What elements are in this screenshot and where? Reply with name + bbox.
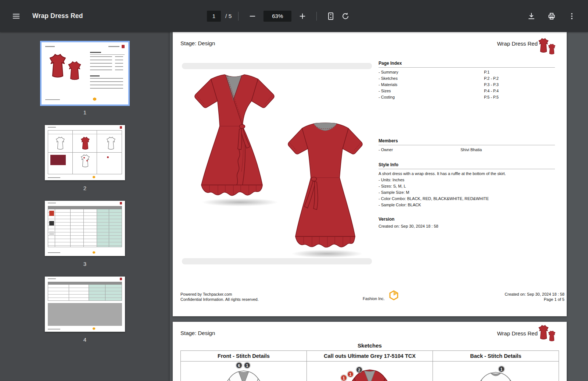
thumbnail-sidebar: 1: [0, 32, 170, 381]
callout-badge: 1: [244, 362, 250, 368]
powered-by: Powered by Techpacker.com: [180, 292, 259, 297]
section-rule: [379, 145, 555, 145]
sketch-area-bottom-bar: [182, 258, 372, 264]
members-heading: Members: [379, 138, 555, 143]
pdf-page-2: Stage: Design Wrap Dress Red Sketches Fr…: [173, 322, 567, 381]
index-row: - SummaryP.1: [379, 69, 555, 75]
print-icon[interactable]: [544, 9, 559, 24]
thumbnail-label: 2: [83, 185, 86, 191]
document-title: Wrap Dress Red: [32, 12, 83, 20]
footer-left: Powered by Techpacker.com Confidential I…: [180, 292, 259, 302]
index-row: - MaterialsP.3 - P.3: [379, 81, 555, 88]
front-sketch-top: [214, 366, 273, 381]
zoom-out-icon[interactable]: [245, 9, 260, 24]
page-number-input[interactable]: [207, 11, 221, 22]
fit-page-icon[interactable]: [323, 9, 338, 24]
column-header-front: Front - Stitch Details: [181, 351, 307, 361]
company-hexagon-logo-icon: [389, 290, 399, 302]
column-header-back: Back - Stitch Details: [433, 351, 559, 361]
page-thumbnail-3[interactable]: [45, 201, 125, 256]
brand-dress-logo-icon: [537, 324, 556, 344]
toolbar-right-actions: [524, 9, 579, 24]
sketches-section-title: Sketches: [173, 342, 567, 349]
thumbnail-label: 1: [83, 109, 86, 115]
sketches-table: Front - Stitch Details Call outs Ultimat…: [180, 350, 559, 381]
callout-badge: 1: [347, 371, 354, 377]
page-zoom-controls: / 5: [207, 0, 353, 32]
style-info-line: - Units: Inches: [379, 177, 555, 183]
footer-page-number: Page 1 of 5: [505, 297, 564, 302]
callouts-sketch-cell: 2 1 1: [307, 362, 433, 381]
brand-dress-logo-icon: [537, 37, 556, 57]
index-row: - CostingP.5 - P.5: [379, 94, 555, 100]
style-info-heading: Style Info: [379, 162, 555, 167]
toolbar-divider: [316, 12, 317, 21]
back-dress-sketch: [283, 116, 368, 257]
thumbnail-label: 3: [83, 261, 86, 267]
version-created: Created on: Sep 30, 2024 18 : 58: [379, 224, 555, 228]
toolbar: Wrap Dress Red / 5: [0, 0, 588, 32]
pdf-viewer-app: Wrap Dress Red / 5: [0, 0, 588, 381]
front-dress-sketch: [187, 68, 282, 206]
section-rule: [379, 169, 555, 169]
callout-badge: 6: [236, 362, 242, 368]
style-info-line: - Sample Size: M: [379, 189, 555, 195]
style-info-line: - Color Combo: BLACK, RED, BLACK&WHITE, …: [379, 195, 555, 202]
company-name: Fashion Inc.: [363, 296, 385, 301]
callout-badge: 1: [498, 366, 505, 372]
style-info-line: - Sizes: S, M, L: [379, 183, 555, 189]
style-name: Wrap Dress Red: [497, 40, 538, 47]
footer-created: Created on: Sep 30, 2024 18 : 58: [505, 292, 564, 297]
rotate-icon[interactable]: [338, 9, 353, 24]
page-thumbnail-2[interactable]: [45, 125, 125, 180]
owner-row: - OwnerShivi Bhatia: [379, 146, 555, 153]
back-sketch-cell: 1: [433, 362, 559, 381]
column-header-callouts: Call outs Ultimate Grey 17-5104 TCX: [307, 351, 433, 361]
menu-icon[interactable]: [9, 9, 24, 24]
more-options-icon[interactable]: [564, 9, 579, 24]
footer-right: Created on: Sep 30, 2024 18 : 58 Page 1 …: [505, 292, 564, 302]
download-icon[interactable]: [524, 9, 539, 24]
callout-badge: 1: [341, 375, 347, 381]
pdf-page-1: Stage: Design Wrap Dress Red: [173, 32, 567, 316]
style-info-line: - Sample Color: BLACK: [379, 202, 555, 208]
version-heading: Version: [379, 217, 555, 222]
back-sketch-top: [466, 367, 525, 381]
toolbar-divider: [238, 12, 239, 21]
section-rule: [379, 67, 555, 68]
thumbnail-label: 4: [83, 337, 86, 343]
stage-label: Stage: Design: [180, 330, 215, 336]
zoom-level-input[interactable]: [263, 11, 291, 22]
stage-label: Stage: Design: [180, 40, 215, 46]
style-name: Wrap Dress Red: [497, 330, 538, 337]
zoom-in-icon[interactable]: [295, 9, 310, 24]
summary-info-column: Page Index - SummaryP.1 - SketchesP.2 - …: [379, 61, 555, 228]
confidential-note: Confidential Information. All rights res…: [180, 297, 259, 302]
page-thumbnail-1[interactable]: [42, 42, 128, 104]
callout-badge: 2: [356, 367, 362, 373]
index-row: - SizesP.4 - P.4: [379, 88, 555, 94]
page-count: / 5: [225, 13, 232, 19]
document-viewer: Stage: Design Wrap Dress Red: [170, 32, 588, 381]
front-sketch-cell: 6 1: [181, 362, 307, 381]
page-thumbnail-4[interactable]: [45, 277, 125, 332]
page-index-heading: Page Index: [379, 61, 555, 66]
owner-name: Shivi Bhatia: [460, 147, 482, 152]
index-row: - SketchesP.2 - P.2: [379, 75, 555, 81]
style-description: A short dress with a wrap dress. It has …: [379, 170, 555, 177]
